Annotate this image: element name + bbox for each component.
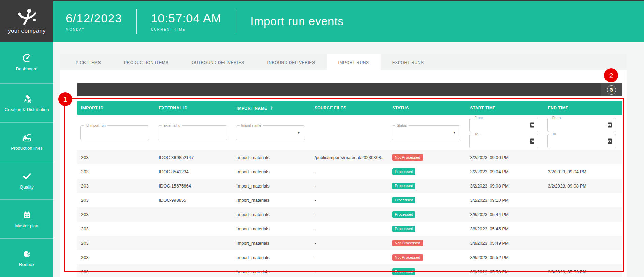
date-filter-start-time-to[interactable]: To (469, 134, 538, 148)
status-badge: Processed (392, 268, 415, 275)
status-badge: Not Processed (392, 154, 423, 161)
filter-cell-source-files (311, 115, 388, 150)
cell-status: Not Processed (388, 254, 466, 261)
annotation-marker-2: 2 (604, 68, 618, 82)
sidebar-item-label: Redbox (19, 262, 34, 267)
logo-block[interactable]: your company (0, 0, 53, 42)
calendar-picker-icon[interactable] (608, 123, 612, 128)
page-title: Import run events (250, 15, 344, 28)
header-date: 6/12/2023 (66, 12, 122, 25)
dashboard-gauge-icon (21, 53, 32, 63)
cell-status: Processed (388, 268, 466, 275)
cell-import-id: 203 (77, 269, 155, 274)
filter-field-label: From (551, 116, 563, 120)
status-badge: Not Processed (392, 240, 423, 246)
table-filter-row: Id import runExternal idImport name▼Stat… (77, 115, 622, 150)
calendar-icon (21, 210, 32, 220)
cell-external-id: IDOC-15675664 (155, 183, 233, 189)
tab-outbound-deliveries[interactable]: OUTBOUND DELIVERIES (180, 54, 256, 70)
cell-start-time: 3/8/2023, 05:44 PM (466, 212, 544, 217)
cell-status: Processed (388, 168, 466, 175)
cell-source-files: - (311, 169, 388, 174)
table-row[interactable]: 203import_materials-Processed3/8/2023, 0… (77, 207, 622, 222)
calendar-picker-icon[interactable] (530, 139, 534, 144)
cell-start-time: 3/2/2023, 09:10 PM (466, 198, 544, 203)
column-header-source-files[interactable]: SOURCE FILES (311, 105, 388, 110)
table-row[interactable]: 203IDOC-8541234import_materials-Processe… (77, 164, 622, 179)
cell-import-name: import_materials (233, 212, 311, 217)
brush-icon (21, 94, 32, 104)
cell-import-name: import_materials (233, 255, 311, 260)
cell-external-id: IDOC-8541234 (155, 169, 233, 174)
chevron-down-icon: ▼ (453, 131, 456, 134)
sidebar-item-redbox[interactable]: Redbox (0, 238, 53, 277)
cell-import-name: import_materials (233, 183, 311, 189)
table-row[interactable]: 203import_materials-Processed3/8/2023, 0… (77, 222, 622, 236)
table-row[interactable]: 203IDOC-369852147import_materials/public… (77, 150, 622, 164)
table-row[interactable]: 203IDOC-15675664import_materials-Process… (77, 179, 622, 193)
chevron-down-icon: ▼ (297, 131, 300, 134)
tab-export-runs[interactable]: EXPORT RUNS (381, 54, 435, 70)
calendar-picker-icon[interactable] (608, 139, 612, 144)
column-header-status[interactable]: STATUS (388, 105, 466, 110)
cell-import-id: 203 (77, 241, 155, 246)
cell-status: Processed (388, 211, 466, 218)
header-divider (136, 9, 137, 34)
table-row[interactable]: 203import_materials-Not Processed3/8/202… (77, 250, 622, 264)
tab-production-items[interactable]: PRODUCTION ITEMS (112, 54, 180, 70)
table-row[interactable]: 203import_materials-Not Processed3/8/202… (77, 236, 622, 250)
gear-icon: ⚙ (607, 85, 616, 95)
screen: { "colors": { "teal": "#1abc9c", "dark_h… (0, 0, 644, 277)
column-header-label: EXTERNAL ID (159, 105, 187, 110)
select-filter-status[interactable]: Status▼ (392, 125, 460, 140)
select-filter-import-name[interactable]: Import name▼ (236, 125, 305, 140)
date-filter-end-time-from[interactable]: From (547, 118, 616, 132)
cell-import-name: import_materials (233, 198, 311, 203)
cell-start-time: 3/8/2023, 05:49 PM (466, 241, 544, 246)
table-row[interactable]: 203import_materials-Processed3/8/2023, 0… (77, 264, 622, 277)
text-filter-external-id[interactable]: External id (158, 125, 227, 140)
date-filter-end-time-to[interactable]: To (547, 134, 616, 148)
company-name: your company (8, 28, 45, 34)
column-header-start-time[interactable]: START TIME (466, 105, 544, 110)
column-header-import-name[interactable]: IMPORT NAME↑ (233, 105, 311, 111)
sidebar-item-creation-distribution[interactable]: Creation & Distribution (0, 83, 53, 122)
table-header-row: IMPORT IDEXTERNAL IDIMPORT NAME↑SOURCE F… (77, 101, 622, 115)
sidebar: DashboardCreation & DistributionProducti… (0, 42, 53, 277)
cell-status: Not Processed (388, 240, 466, 246)
cell-import-id: 203 (77, 183, 155, 189)
filter-cell-start-time: FromTo (466, 115, 544, 150)
cell-source-files: - (311, 212, 388, 217)
sidebar-item-production-lines[interactable]: Production lines (0, 122, 53, 161)
filter-field-label: To (551, 132, 558, 136)
filter-field-label: To (473, 132, 480, 136)
table-settings-button[interactable]: ⚙ (601, 83, 622, 96)
text-filter-import-id[interactable]: Id import run (80, 125, 149, 140)
filter-field-label: Id import run (84, 123, 107, 127)
cell-import-id: 203 (77, 198, 155, 203)
filter-cell-import-id: Id import run (77, 115, 155, 150)
tab-import-runs[interactable]: IMPORT RUNS (327, 54, 381, 70)
sidebar-item-dashboard[interactable]: Dashboard (0, 42, 53, 83)
sidebar-item-master-plan[interactable]: Master plan (0, 199, 53, 238)
status-badge: Processed (392, 183, 415, 189)
column-header-external-id[interactable]: EXTERNAL ID (155, 105, 233, 110)
sidebar-item-label: Creation & Distribution (4, 107, 49, 112)
filter-field-label: External id (162, 123, 182, 127)
date-filter-start-time-from[interactable]: From (469, 118, 538, 132)
column-header-end-time[interactable]: END TIME (544, 105, 622, 110)
tab-pick-items[interactable]: PICK ITEMS (64, 54, 112, 70)
sidebar-item-quality[interactable]: Quality (0, 161, 53, 199)
cell-import-id: 203 (77, 255, 155, 260)
calendar-picker-icon[interactable] (530, 123, 534, 128)
header-time-block: 10:57:04 AM CURRENT TIME (151, 12, 222, 31)
cell-status: Processed (388, 197, 466, 203)
tab-inbound-deliveries[interactable]: INBOUND DELIVERIES (256, 54, 326, 70)
column-header-import-id[interactable]: IMPORT ID (77, 105, 155, 110)
cell-source-files: /public/imports/material/20230308... (311, 155, 388, 160)
table-row[interactable]: 203IDOC-998855import_materials-Processed… (77, 193, 622, 207)
status-badge: Processed (392, 197, 415, 203)
cell-source-files: - (311, 241, 388, 246)
cell-source-files: - (311, 255, 388, 260)
cell-import-id: 203 (77, 155, 155, 160)
